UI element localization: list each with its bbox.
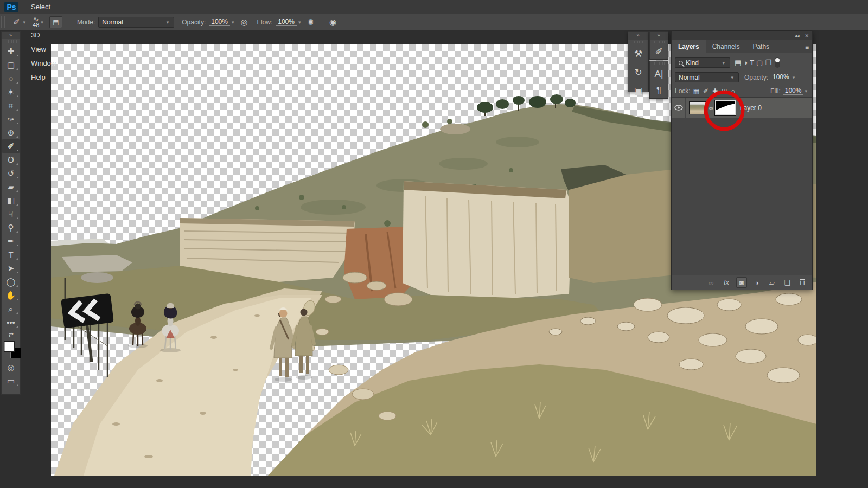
chevron-down-icon: ▾ [167,20,169,25]
filter-type-layers-icon[interactable]: T [750,59,754,67]
brush-panel-icon: ▤ [53,18,59,26]
zoom-tool[interactable]: ⌕ [2,302,20,316]
brush-preset-picker[interactable]: ∿ 48 [33,17,39,28]
new-layer-button[interactable]: ❏ [782,277,793,288]
mask-link-icon[interactable]: ∞ [709,105,713,111]
filter-kind-select[interactable]: Kind ▾ [675,57,730,68]
tool-presets-panel-icon[interactable]: ⚒ [628,44,648,63]
filter-adjustment-layers-icon[interactable]: ◑ [743,59,748,67]
filter-shape-layers-icon[interactable]: ▢ [756,59,763,67]
lock-artboard-icon[interactable]: ⊞ [722,87,727,95]
edit-toolbar[interactable]: ••• [2,316,20,329]
screen-mode-button[interactable]: ▭ [2,374,20,388]
filter-toggle[interactable] [775,57,780,68]
tool-preset-picker[interactable]: ✐ ▾ [11,17,27,27]
panel-grip [631,41,646,43]
menu-select[interactable]: Select [24,0,63,14]
opacity-value[interactable]: 100% [209,18,230,26]
layer-blend-mode-select[interactable]: Normal ▾ [675,72,739,82]
clone-stamp-tool[interactable]: ℧ [2,153,20,166]
chevron-down-icon[interactable]: ▾ [793,75,795,80]
expand-panel-button[interactable]: » [650,32,668,40]
eye-icon [674,105,683,111]
filter-row: Kind ▾ ▤◑T▢❐ [672,55,812,70]
panel-grip [653,41,665,43]
history-panel-icon[interactable]: ↻ [628,63,648,81]
delete-layer-button[interactable]: ⊔ [797,277,808,288]
close-panel-button[interactable]: ✕ [805,33,809,38]
pressure-opacity-icon[interactable]: ◎ [239,17,250,27]
lock-transparency-icon[interactable]: ▦ [693,87,699,95]
ellipse-tool[interactable]: ◯ [2,275,20,288]
layer-mask-thumbnail[interactable] [715,100,736,115]
chevron-down-icon: ▾ [23,20,26,25]
tab-paths[interactable]: Paths [746,40,776,53]
menu-window[interactable]: Window [24,56,63,70]
eraser-tool[interactable]: ▰ [2,180,20,194]
toolbar: » ✚▢◌✶⌗✑⊕✐℧↺▰◧☟⚲✒T➤◯✋⌕••• ⇄ ◎ ▭ [1,31,21,395]
expand-panel-button[interactable]: » [628,32,648,40]
link-layers-button[interactable]: ∞ [706,277,717,288]
swap-colors-button[interactable]: ⇄ [2,329,20,340]
layer-row-layer0[interactable]: ∞ Layer 0 [672,98,812,118]
color-swatches [4,341,22,359]
filter-smart-objects-icon[interactable]: ❐ [765,59,771,67]
hand-tool[interactable]: ✋ [2,288,20,302]
dodge-tool[interactable]: ⚲ [2,221,20,234]
adjustment-layer-button[interactable]: ◑ [751,277,762,288]
menu-view[interactable]: View [24,42,63,56]
brush-tool[interactable]: ✐ [2,139,20,153]
chevron-down-icon[interactable]: ▾ [805,88,807,94]
floating-panel-column-b-top: » ✐ [649,31,668,60]
eyedropper-tool[interactable]: ✑ [2,112,20,126]
path-selection-tool[interactable]: ➤ [2,261,20,275]
menu-help[interactable]: Help [24,70,63,85]
pen-tool[interactable]: ✒ [2,234,20,248]
layer-name[interactable]: Layer 0 [740,104,762,112]
fill-value[interactable]: 100% [783,87,803,95]
tab-layers[interactable]: Layers [672,40,706,53]
3d-panel-icon[interactable]: ▣ [628,81,648,100]
brush-tool-icon: ✐ [11,17,22,27]
lock-pixels-icon[interactable]: ✐ [703,87,709,95]
chevron-down-icon[interactable]: ▾ [41,20,43,25]
paragraph-panel-icon[interactable]: ¶ [650,82,668,99]
toolbar-expand-button[interactable]: » [2,32,20,39]
healing-brush-tool[interactable]: ⊕ [2,126,20,139]
lock-all-icon[interactable]: ∩ [731,87,736,95]
layers-list: ∞ Layer 0 [672,97,812,275]
add-layer-mask-button[interactable]: ◙ [736,277,747,288]
toggle-brush-panel-button[interactable]: ▤ [49,16,62,28]
blend-mode-select[interactable]: Normal ▾ [98,17,174,28]
layer-visibility-toggle[interactable] [672,98,686,118]
blend-mode-value: Normal [102,18,123,26]
gradient-tool[interactable]: ◧ [2,194,20,207]
layer-style-button[interactable]: fx [721,277,732,288]
chevron-down-icon[interactable]: ▾ [232,20,234,25]
character-panel-icon[interactable]: A| [650,66,668,82]
crop-tool[interactable]: ⌗ [2,99,20,112]
lasso-tool[interactable]: ◌ [2,72,20,85]
history-brush-tool[interactable]: ↺ [2,166,20,180]
quick-selection-tool[interactable]: ✶ [2,85,20,99]
smudge-tool[interactable]: ☟ [2,207,20,221]
lock-position-icon[interactable]: ✚ [712,87,718,95]
marquee-tool[interactable]: ▢ [2,58,20,72]
foreground-color-swatch[interactable] [4,341,15,352]
type-tool[interactable]: T [2,248,20,261]
layer-opacity-value[interactable]: 100% [771,73,791,81]
brush-settings-panel-icon[interactable]: ✐ [650,44,668,59]
collapse-panel-button[interactable]: ◂◂ [794,33,799,38]
airbrush-icon[interactable]: ✺ [306,17,316,27]
panel-menu-icon[interactable]: ≡ [805,43,809,51]
move-tool[interactable]: ✚ [2,44,20,58]
layer-thumbnail[interactable] [689,101,707,114]
chevron-down-icon[interactable]: ▾ [298,20,301,25]
tab-channels[interactable]: Channels [706,40,746,53]
filter-pixel-layers-icon[interactable]: ▤ [735,59,741,67]
new-group-button[interactable]: ▱ [767,277,777,288]
quick-mask-button[interactable]: ◎ [2,361,20,374]
pressure-size-icon[interactable]: ◉ [328,17,338,27]
flow-value[interactable]: 100% [276,18,297,26]
floating-panel-column-b-bottom: A|¶ [649,61,668,99]
